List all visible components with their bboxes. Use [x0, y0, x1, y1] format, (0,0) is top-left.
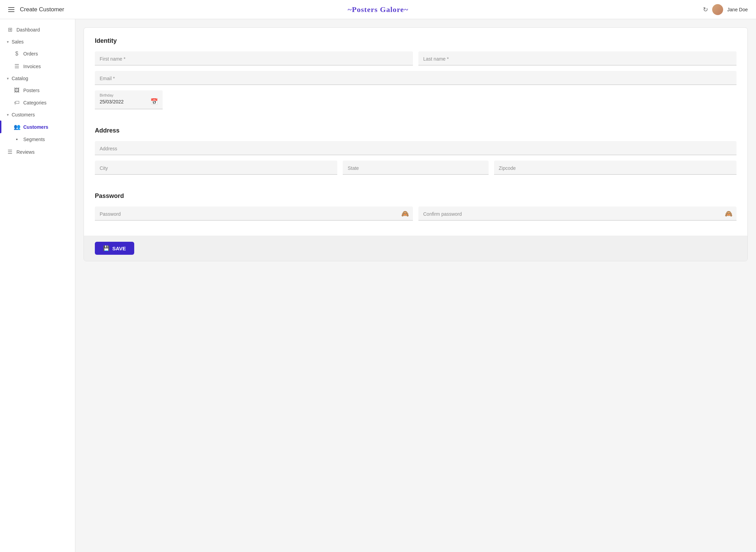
header-left: Create Customer: [8, 6, 64, 13]
sidebar-group-customers[interactable]: ▾ Customers: [0, 109, 75, 121]
sidebar-item-segments[interactable]: ▪ Segments: [0, 133, 75, 146]
name-row: [95, 51, 736, 65]
menu-icon[interactable]: [8, 7, 14, 12]
page-title: Create Customer: [20, 6, 64, 13]
sidebar-item-orders[interactable]: $ Orders: [0, 48, 75, 60]
zipcode-input[interactable]: [494, 161, 736, 175]
catalog-chevron: ▾: [7, 76, 9, 81]
user-name: Jane Doe: [727, 7, 748, 12]
sidebar-item-customers[interactable]: 👥 Customers: [0, 121, 75, 133]
customers-chevron: ▾: [7, 113, 9, 117]
orders-icon: $: [14, 51, 20, 57]
create-customer-card: Identity: [84, 27, 748, 261]
section-divider-1: [95, 115, 736, 120]
card-footer: 💾 SAVE: [84, 236, 747, 261]
segments-icon: ▪: [14, 136, 20, 142]
last-name-wrapper: [418, 51, 736, 65]
sales-chevron: ▾: [7, 40, 9, 44]
sidebar-item-categories[interactable]: 🏷 Categories: [0, 97, 75, 109]
categories-icon: 🏷: [14, 100, 20, 106]
state-wrapper: [343, 161, 488, 175]
address-wrapper: [95, 141, 736, 155]
save-icon: 💾: [103, 245, 110, 251]
sidebar-label-sales: Sales: [12, 39, 24, 45]
reviews-icon: ☰: [7, 149, 13, 155]
sidebar-label-invoices: Invoices: [23, 64, 41, 69]
main-content: Identity: [75, 19, 756, 552]
address-input[interactable]: [95, 141, 736, 155]
confirm-password-input[interactable]: [418, 206, 736, 221]
birthday-wrapper: Birthday 25/03/2022 📅: [95, 90, 163, 109]
save-label: SAVE: [112, 246, 126, 251]
sidebar-label-posters: Posters: [23, 88, 39, 93]
sidebar-group-sales[interactable]: ▾ Sales: [0, 36, 75, 48]
dashboard-icon: ⊞: [7, 26, 13, 33]
city-wrapper: [95, 161, 337, 175]
sidebar-label-categories: Categories: [23, 100, 47, 105]
customers-icon: 👥: [14, 124, 20, 130]
birthday-row: Birthday 25/03/2022 📅: [95, 90, 736, 109]
first-name-input[interactable]: [95, 51, 413, 65]
sidebar-label-catalog: Catalog: [12, 76, 28, 81]
city-input[interactable]: [95, 161, 337, 175]
sidebar-label-customers-group: Customers: [12, 112, 35, 117]
state-input[interactable]: [343, 161, 488, 175]
sidebar-item-posters[interactable]: 🖼 Posters: [0, 84, 75, 97]
sidebar-label-customers: Customers: [23, 124, 48, 130]
email-wrapper: [95, 71, 736, 85]
birthday-input-row: 25/03/2022 📅: [95, 97, 163, 109]
header: Create Customer ~Posters Galore~ ↻ Jane …: [0, 0, 756, 19]
password-toggle-icon[interactable]: 🙈: [401, 210, 409, 217]
identity-section: Identity: [95, 37, 736, 109]
first-name-wrapper: [95, 51, 413, 65]
zipcode-wrapper: [494, 161, 736, 175]
email-row: [95, 71, 736, 85]
refresh-icon[interactable]: ↻: [703, 6, 708, 13]
avatar: [712, 4, 723, 15]
address-section: Address: [95, 127, 736, 175]
sidebar-label-orders: Orders: [23, 51, 38, 57]
password-row: 🙈 🙈: [95, 206, 736, 221]
password-title: Password: [95, 192, 736, 200]
sidebar-item-invoices[interactable]: ☰ Invoices: [0, 60, 75, 73]
city-state-zip-row: [95, 161, 736, 175]
sidebar-label-dashboard: Dashboard: [16, 27, 40, 33]
sidebar-group-catalog[interactable]: ▾ Catalog: [0, 73, 75, 84]
sidebar-item-reviews[interactable]: ☰ Reviews: [0, 146, 75, 158]
password-input[interactable]: [95, 206, 413, 221]
identity-title: Identity: [95, 37, 736, 45]
sidebar: ⊞ Dashboard ▾ Sales $ Orders ☰ Invoices …: [0, 19, 75, 552]
save-button[interactable]: 💾 SAVE: [95, 242, 134, 255]
card-body: Identity: [84, 28, 747, 236]
birthday-input[interactable]: 25/03/2022: [100, 99, 148, 104]
sidebar-item-dashboard[interactable]: ⊞ Dashboard: [0, 23, 75, 36]
header-right: ↻ Jane Doe: [703, 4, 748, 15]
layout: ⊞ Dashboard ▾ Sales $ Orders ☰ Invoices …: [0, 19, 756, 552]
section-divider-2: [95, 180, 736, 186]
password-section: Password 🙈 🙈: [95, 192, 736, 221]
address-row: [95, 141, 736, 155]
confirm-password-wrapper: 🙈: [418, 206, 736, 221]
address-title: Address: [95, 127, 736, 134]
invoices-icon: ☰: [14, 63, 20, 70]
posters-icon: 🖼: [14, 87, 20, 93]
last-name-input[interactable]: [418, 51, 736, 65]
birthday-label: Birthday: [95, 90, 163, 97]
confirm-password-toggle-icon[interactable]: 🙈: [725, 210, 732, 217]
sidebar-label-reviews: Reviews: [16, 149, 35, 155]
brand-title: ~Posters Galore~: [348, 5, 408, 14]
email-input[interactable]: [95, 71, 736, 85]
password-wrapper: 🙈: [95, 206, 413, 221]
calendar-icon[interactable]: 📅: [150, 98, 158, 105]
sidebar-label-segments: Segments: [23, 137, 45, 142]
